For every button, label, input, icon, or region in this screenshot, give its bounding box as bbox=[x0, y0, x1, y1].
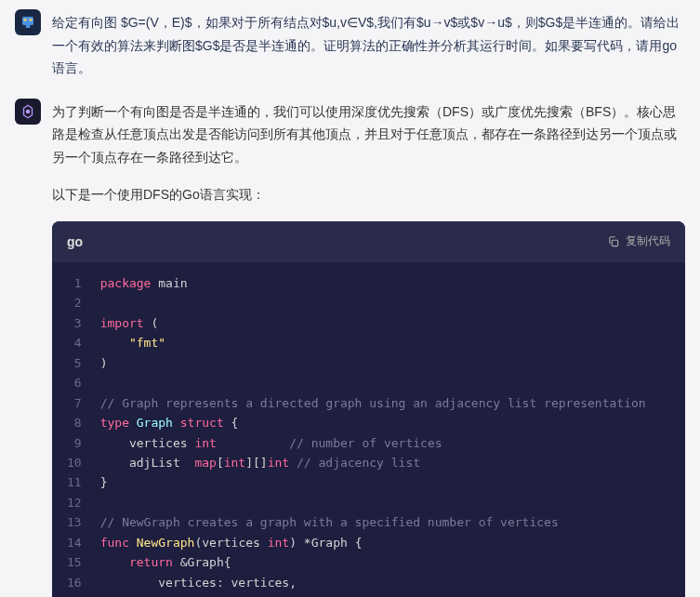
code-header: go 复制代码 bbox=[52, 221, 685, 263]
code-line bbox=[100, 493, 670, 512]
code-line: adjList map[int][]int // adjacency list bbox=[100, 453, 670, 472]
line-number: 17 bbox=[67, 592, 93, 597]
code-line: // NewGraph creates a graph with a speci… bbox=[100, 512, 670, 532]
svg-rect-2 bbox=[30, 19, 33, 20]
code-line: type Graph struct { bbox=[100, 413, 670, 432]
copy-icon bbox=[607, 235, 620, 248]
code-line: vertices: vertices, bbox=[100, 573, 670, 592]
code-line: ) bbox=[100, 353, 670, 373]
copy-code-button[interactable]: 复制代码 bbox=[607, 233, 670, 249]
code-line: import ( bbox=[100, 313, 670, 333]
line-number: 12 bbox=[67, 493, 93, 512]
code-body: 123456789101112131415161718 package main… bbox=[52, 262, 685, 597]
user-avatar bbox=[15, 9, 41, 35]
line-number: 15 bbox=[67, 552, 93, 572]
svg-rect-5 bbox=[612, 240, 617, 245]
code-line: adjList: make(map[int][]int), bbox=[100, 592, 670, 597]
code-gutter: 123456789101112131415161718 bbox=[52, 262, 93, 597]
svg-rect-1 bbox=[24, 19, 27, 20]
code-content[interactable]: package main import ( "fmt") // Graph re… bbox=[93, 262, 685, 597]
code-line bbox=[100, 373, 670, 392]
line-number: 1 bbox=[67, 273, 93, 293]
line-number: 13 bbox=[67, 512, 93, 532]
code-line: package main bbox=[100, 273, 670, 293]
code-line: func NewGraph(vertices int) *Graph { bbox=[100, 533, 670, 552]
line-number: 16 bbox=[67, 573, 93, 592]
svg-rect-3 bbox=[26, 25, 31, 28]
ai-avatar bbox=[15, 99, 41, 125]
code-language-label: go bbox=[67, 231, 83, 254]
ai-paragraph-1: 为了判断一个有向图是否是半连通的，我们可以使用深度优先搜索（DFS）或广度优先搜… bbox=[52, 100, 685, 169]
line-number: 5 bbox=[67, 353, 93, 373]
line-number: 14 bbox=[67, 533, 93, 552]
user-message-text: 给定有向图 $G=(V，E)$，如果对于所有结点对$u,v∈V$,我们有$u→v… bbox=[52, 9, 685, 80]
ai-paragraph-2: 以下是一个使用DFS的Go语言实现： bbox=[52, 183, 685, 206]
line-number: 10 bbox=[67, 453, 93, 472]
code-line bbox=[100, 293, 670, 312]
ai-avatar-icon bbox=[20, 103, 36, 120]
ai-message-content: 为了判断一个有向图是否是半连通的，我们可以使用深度优先搜索（DFS）或广度优先搜… bbox=[52, 99, 685, 598]
code-line: } bbox=[100, 472, 670, 492]
code-line: // Graph represents a directed graph usi… bbox=[100, 393, 670, 413]
code-line: vertices int // number of vertices bbox=[100, 433, 670, 453]
code-block: go 复制代码 123456789101112131415161718 pack… bbox=[52, 221, 685, 598]
line-number: 6 bbox=[67, 373, 93, 392]
line-number: 4 bbox=[67, 333, 93, 352]
line-number: 2 bbox=[67, 293, 93, 312]
copy-button-label: 复制代码 bbox=[626, 233, 670, 249]
user-message-row: 给定有向图 $G=(V，E)$，如果对于所有结点对$u,v∈V$,我们有$u→v… bbox=[0, 0, 700, 89]
line-number: 8 bbox=[67, 413, 93, 432]
line-number: 7 bbox=[67, 393, 93, 413]
user-avatar-icon bbox=[20, 14, 36, 31]
line-number: 3 bbox=[67, 313, 93, 333]
line-number: 11 bbox=[67, 472, 93, 492]
code-line: return &Graph{ bbox=[100, 552, 670, 572]
svg-point-4 bbox=[26, 109, 31, 113]
code-line: "fmt" bbox=[100, 333, 670, 352]
ai-message-row: 为了判断一个有向图是否是半连通的，我们可以使用深度优先搜索（DFS）或广度优先搜… bbox=[0, 89, 700, 598]
line-number: 9 bbox=[67, 433, 93, 453]
